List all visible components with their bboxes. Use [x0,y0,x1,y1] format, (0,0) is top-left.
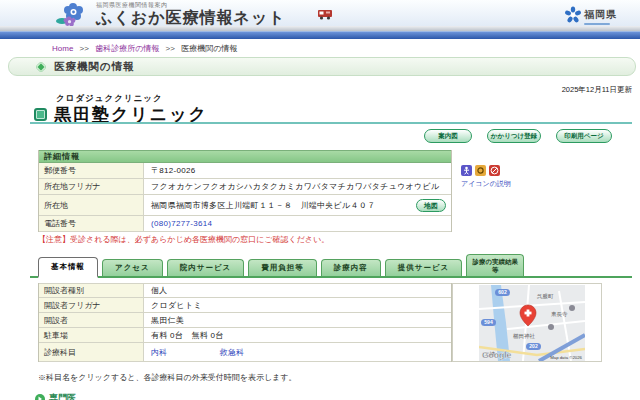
facility-icons [461,165,500,176]
pref-name: 福岡県 [584,9,617,20]
row-label: 郵便番号 [39,163,144,178]
tab-basic-info[interactable]: 基本情報 [38,257,98,278]
tab-provided-services[interactable]: 提供サービス [385,259,463,276]
print-page-button[interactable]: 印刷用ページ [556,129,612,143]
breadcrumb-separator: >> [80,44,89,53]
map-label-kushida-shrine: 櫛田神社 [513,333,536,339]
icon-legend-link[interactable]: アイコンの説明 [461,179,511,189]
row-value: 個人 [144,284,451,297]
site-title: ふくおか医療情報ネット [96,10,286,27]
row-label: 開設者 [39,313,144,327]
breadcrumb-home[interactable]: Home [52,44,73,53]
row-label: 電話番号 [39,216,144,231]
map[interactable]: 602 594 202 呉服町 東長寺 櫛田神社 天神 [479,285,585,361]
map-label-tochoji: 東長寺 [551,311,568,317]
detail-table-header: 詳細情報 [39,150,451,163]
route-badge: 602 [498,289,507,295]
table-row: 駐車場 有料 0台 無料 0台 [39,328,451,343]
table-row: 開設者フリガナ クロダヒトミ [39,298,451,313]
row-value: フクオカケンフクオカシハカタクカミカワバタマチカワバタチュウオウビル [144,179,451,194]
address-text: 福岡県福岡市博多区上川端町１１－８ 川端中央ビル４０７ [151,200,375,211]
footnote: ※科目名をクリックすると、各診療科目の外来受付時間を表示します。 [38,372,296,383]
tab-access[interactable]: アクセス [102,259,163,276]
table-row: 診療科目 内科 救急科 [39,343,451,362]
breadcrumb: Home >> 歯科診療所の情報 >> 医療機関の情報 [50,43,237,54]
phone-number: (080)7277-3614 [144,216,451,231]
google-logo: Google [482,350,512,360]
guide-map-button[interactable]: 案内図 [424,129,472,143]
department-link-naika[interactable]: 内科 [151,347,168,358]
row-value: 福岡県福岡市博多区上川端町１１－８ 川端中央ビル４０７ 地図 [144,195,451,215]
table-row: 郵便番号 〒812-0026 [39,163,451,179]
arrow-icon [35,394,45,400]
pref-logo[interactable]: 福岡県 [564,4,617,25]
facility-service-icon [475,165,486,176]
section-diamond-icon [35,61,46,72]
row-value: クロダヒトミ [144,298,451,312]
row-label: 所在地 [39,195,144,215]
updated-date: 2025年12月11日更新 [430,85,632,95]
clinic-bullet-icon [34,108,47,121]
site-logo-text: 福岡県医療機関情報案内 ふくおか医療情報ネット [96,1,286,27]
divider-line [30,122,632,124]
site-logo-flower-icon [56,1,92,27]
tab-costs[interactable]: 費用負担等 [248,259,317,276]
department-link-kyukyuka[interactable]: 救急科 [220,347,245,358]
row-value: 黒田仁美 [144,313,451,327]
breadcrumb-parent[interactable]: 歯科診療所の情報 [95,44,159,53]
site-logo[interactable]: 福岡県医療機関情報案内 ふくおか医療情報ネット [56,1,286,27]
next-section-header: 専門医 [35,392,76,400]
map-button[interactable]: 地図 [416,199,446,212]
row-value: 有料 0台 無料 0台 [144,328,451,342]
table-row: 開設者 黒田仁美 [39,313,451,328]
map-cell: 602 594 202 呉服町 東長寺 櫛田神社 天神 [452,283,602,362]
row-label: 駐車場 [39,328,144,342]
row-label: 開設者種別 [39,284,144,297]
header-bar [0,31,640,39]
row-label: 開設者フリガナ [39,298,144,312]
tab-bar: 基本情報 アクセス 院内サービス 費用負担等 診療内容 提供サービス 診療の実績… [30,252,632,278]
route-badge: 594 [484,319,493,325]
table-row: 所在地 福岡県福岡市博多区上川端町１１－８ 川端中央ビル４０７ 地図 [39,195,451,216]
map-attribution: Map data ©2026 [550,355,582,360]
map-label-gofukumachi: 呉服町 [536,293,554,300]
row-label: 所在地フリガナ [39,179,144,194]
pref-flower-icon [564,6,582,24]
section-title: 医療機関の情報 [54,60,135,74]
tab-results[interactable]: 診療の実績結果等 [466,254,524,276]
page-section-header: 医療機関の情報 [8,57,636,76]
table-row: 開設者種別 個人 [39,283,451,298]
department-list: 内科 救急科 [144,343,451,361]
table-row: 電話番号 (080)7277-3614 [39,216,451,232]
ambulance-icon [318,9,333,20]
detail-table: 詳細情報 郵便番号 〒812-0026 所在地フリガナ フクオカケンフクオカシハ… [38,150,452,232]
notice-text: 【注意】受診される際は、必ずあらかじめ各医療機関の窓口にご確認ください。 [38,234,329,245]
no-smoking-icon [489,165,500,176]
page: 福岡県医療機関情報案内 ふくおか医療情報ネット 福岡 [0,0,640,400]
map-image: 602 594 202 呉服町 東長寺 櫛田神社 天神 [479,285,585,361]
breadcrumb-separator: >> [166,44,175,53]
next-section-title: 専門医 [49,392,76,400]
tab-medical-content[interactable]: 診療内容 [321,259,381,276]
row-label: 診療科目 [39,343,144,361]
pref-caption [584,23,610,25]
tab-in-hospital-services[interactable]: 院内サービス [167,259,245,276]
pref-logo-text: 福岡県 [584,4,617,25]
barrier-free-icon [461,165,472,176]
kakaritsuke-register-button[interactable]: かかりつけ登録 [487,129,541,143]
route-badge: 202 [529,343,538,349]
breadcrumb-current: 医療機関の情報 [181,44,237,53]
site-header: 福岡県医療機関情報案内 ふくおか医療情報ネット 福岡 [0,0,640,26]
row-value: 〒812-0026 [144,163,451,178]
table-row: 所在地フリガナ フクオカケンフクオカシハカタクカミカワバタマチカワバタチュウオウ… [39,179,451,195]
basic-info-table: 開設者種別 個人 開設者フリガナ クロダヒトミ 開設者 黒田仁美 駐車場 有料 … [38,283,452,362]
